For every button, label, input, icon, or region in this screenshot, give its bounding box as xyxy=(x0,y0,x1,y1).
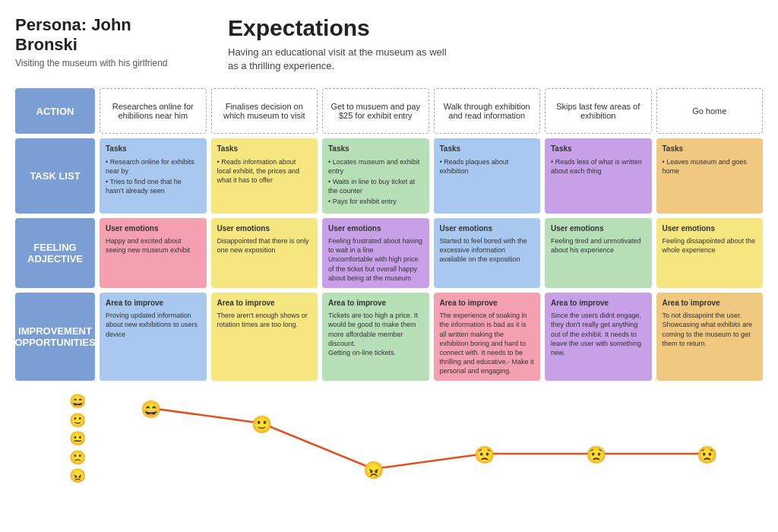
action-cell-1: Finalises decision on which museum to vi… xyxy=(211,88,318,134)
feeling-cell-5: User emotionsFeeling dissapointed about … xyxy=(656,218,764,288)
improvement-cell-4: Area to improveSince the users didnt eng… xyxy=(545,293,652,381)
expectations-title: Expectations xyxy=(228,15,763,41)
improvement-cell-1: Area to improveThere aren't enough shows… xyxy=(211,293,318,381)
task-list-label: TASK LIST xyxy=(15,138,95,213)
action-cell-2: Get to musuem and pay $25 for exhibit en… xyxy=(322,88,429,134)
persona-subtitle: Visiting the museum with his girlfriend xyxy=(15,58,182,68)
emotion-svg: 😄🙂😠😟😟😟 xyxy=(95,393,763,484)
emoji-scale-1: 😄 xyxy=(69,393,86,410)
expectations-text: Having an educational visit at the museu… xyxy=(228,46,456,73)
feeling-cell-2: User emotionsFeeling frustrated about ha… xyxy=(322,218,429,288)
action-cell-0: Researches online for ehibilions near hi… xyxy=(100,88,207,134)
action-label: ACTION xyxy=(15,88,95,134)
emotion-scale: 😄 🙂 😐 🙁 😠 xyxy=(15,393,95,484)
improvement-cell-0: Area to improveProving updated informati… xyxy=(100,293,207,381)
emoji-scale-2: 🙂 xyxy=(69,412,86,429)
page: Persona: John Bronski Visiting the museu… xyxy=(0,0,778,532)
feeling-label: FEELING ADJECTIVE xyxy=(15,218,95,288)
task-cell-3: Tasks• Reads plaques about exhibition xyxy=(434,138,541,213)
feeling-cell-3: User emotionsStarted to feel bored with … xyxy=(434,218,541,288)
emoji-scale-4: 🙁 xyxy=(69,449,86,466)
svg-text:🙂: 🙂 xyxy=(251,414,273,435)
improvement-label: IMPROVEMENT OPPORTUNITIES xyxy=(15,293,95,381)
action-cell-3: Walk through exhibition and read informa… xyxy=(434,88,541,134)
emoji-scale-5: 😠 xyxy=(69,467,86,484)
task-cell-2: Tasks• Locates museum and exhibit entry•… xyxy=(322,138,429,213)
action-cell-4: Skips last few areas of exhibition xyxy=(545,88,652,134)
persona-section: Persona: John Bronski Visiting the museu… xyxy=(15,15,182,68)
persona-title: Persona: John Bronski xyxy=(15,15,182,55)
svg-text:😟: 😟 xyxy=(586,445,607,465)
feeling-cell-0: User emotionsHappy and excited about see… xyxy=(100,218,207,288)
emotion-line-chart: 😄🙂😠😟😟😟 xyxy=(95,393,763,484)
improvement-cell-3: Area to improveThe experience of soaking… xyxy=(434,293,541,381)
journey-grid: ACTIONResearches online for ehibilions n… xyxy=(15,88,763,381)
svg-text:😟: 😟 xyxy=(474,445,495,465)
task-cell-0: Tasks• Research online for exhibits near… xyxy=(100,138,207,213)
improvement-cell-2: Area to improveTickets are too high a pr… xyxy=(322,293,429,381)
svg-text:😠: 😠 xyxy=(363,460,384,480)
emotion-chart-container: 😄 🙂 😐 🙁 😠 😄🙂😠😟😟😟 xyxy=(15,393,763,484)
expectations-section: Expectations Having an educational visit… xyxy=(228,15,763,73)
action-cell-5: Go home xyxy=(656,88,764,134)
svg-text:😟: 😟 xyxy=(697,445,718,465)
emoji-scale-3: 😐 xyxy=(69,430,86,447)
task-cell-4: Tasks• Reads less of what is written abo… xyxy=(545,138,652,213)
header: Persona: John Bronski Visiting the museu… xyxy=(15,15,763,73)
svg-text:😄: 😄 xyxy=(141,399,162,420)
feeling-cell-1: User emotionsDisappointed that there is … xyxy=(211,218,318,288)
improvement-cell-5: Area to improveTo not dissapoint the use… xyxy=(656,293,764,381)
task-cell-5: Tasks• Leaves museum and goes home xyxy=(656,138,764,213)
feeling-cell-4: User emotionsFeeling tired and unmotivat… xyxy=(545,218,652,288)
task-cell-1: Tasks• Reads information about local exh… xyxy=(211,138,318,213)
